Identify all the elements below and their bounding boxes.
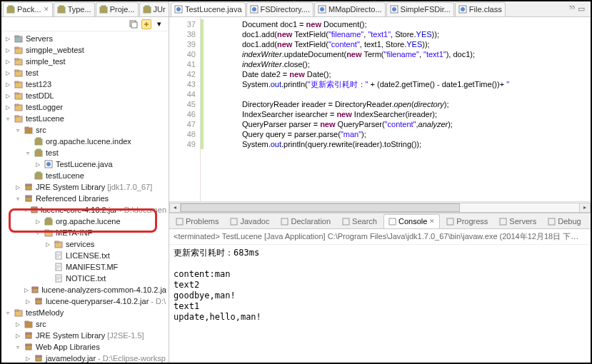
bottom-tab-problems[interactable]: Problems bbox=[171, 214, 224, 228]
expand-icon[interactable]: ▷ bbox=[34, 218, 41, 225]
expand-icon[interactable]: ▷ bbox=[24, 355, 31, 362]
expand-icon[interactable]: ▷ bbox=[34, 161, 41, 168]
sidebar-tab[interactable]: Type... bbox=[54, 2, 95, 16]
console-output[interactable]: 更新索引耗时：683ms content:man text2 goodbye,m… bbox=[169, 245, 591, 363]
tree-node[interactable]: ▿test bbox=[1, 147, 169, 158]
expand-icon[interactable]: ▿ bbox=[4, 116, 11, 122]
tree-node[interactable]: ▷JRE System Library [J2SE-1.5] bbox=[1, 330, 169, 341]
tree-node[interactable]: ▿testLucene bbox=[1, 113, 169, 124]
tree-node[interactable]: ▷org.apache.lucene bbox=[1, 216, 169, 227]
editor-tab[interactable]: SimpleFSDir... bbox=[386, 2, 454, 16]
tree-node[interactable]: LICENSE.txt bbox=[1, 250, 169, 261]
expand-icon[interactable]: ▷ bbox=[4, 81, 11, 88]
code-line[interactable]: indexWriter.close(); bbox=[242, 59, 591, 69]
link-editor-icon[interactable] bbox=[141, 19, 151, 29]
code-line[interactable]: System.out.println("更新索引耗时：" + (date2.ge… bbox=[242, 79, 591, 89]
sidebar-tab[interactable]: Proje... bbox=[96, 2, 139, 16]
editor-tab[interactable]: FSDirectory.... bbox=[246, 2, 313, 16]
project-tree[interactable]: ▷Servers▷simgple_webtest▷simple_test▷tes… bbox=[1, 31, 169, 363]
bottom-tab-debug[interactable]: Debug bbox=[543, 214, 586, 228]
code-line[interactable]: Date date2 = new Date(); bbox=[242, 69, 591, 79]
bottom-tab-servers[interactable]: Servers bbox=[494, 214, 541, 228]
tree-node[interactable]: ▷lucene-queryparser-4.10.2.jar - D:\ bbox=[1, 295, 169, 307]
tree-node[interactable]: ▷TestLucene.java bbox=[1, 158, 169, 170]
sidebar-tab[interactable]: Pack...✕ bbox=[3, 2, 53, 16]
code-line[interactable] bbox=[242, 89, 591, 99]
tree-node[interactable]: org.apache.lucene.index bbox=[1, 136, 169, 147]
tree-node[interactable]: ▷Servers bbox=[1, 33, 169, 44]
tree-node[interactable]: ▿testMelody bbox=[1, 307, 169, 318]
expand-icon[interactable]: ▷ bbox=[24, 298, 31, 305]
expand-icon[interactable]: ▷ bbox=[44, 241, 51, 248]
tree-node[interactable]: ▷services bbox=[1, 238, 169, 250]
expand-icon[interactable]: ▷ bbox=[4, 36, 11, 42]
scroll-track[interactable] bbox=[181, 203, 579, 213]
tree-node[interactable]: ▷lucene-analyzers-common-4.10.2.ja bbox=[1, 284, 169, 295]
tree-node[interactable]: ▿Web App Libraries bbox=[1, 341, 169, 353]
expand-icon[interactable]: ▿ bbox=[4, 310, 11, 316]
tree-node[interactable]: ▷simple_test bbox=[1, 56, 169, 67]
expand-icon[interactable]: ▷ bbox=[4, 104, 11, 111]
code-line[interactable]: IndexSearcher isearcher = new IndexSearc… bbox=[242, 109, 591, 119]
expand-icon[interactable]: ▷ bbox=[14, 184, 21, 191]
tree-node[interactable]: ▷testLogger bbox=[1, 101, 169, 113]
expand-icon[interactable]: ▷ bbox=[24, 287, 29, 293]
close-icon[interactable]: ✕ bbox=[429, 218, 435, 225]
code-line[interactable]: Document doc1 = new Document(); bbox=[242, 19, 591, 29]
expand-icon[interactable]: ▷ bbox=[4, 70, 11, 76]
expand-icon[interactable]: ▷ bbox=[4, 59, 11, 65]
close-icon[interactable]: ✕ bbox=[44, 6, 49, 13]
bottom-tab-progress[interactable]: Progress bbox=[441, 214, 493, 228]
expand-icon[interactable]: ▷ bbox=[14, 321, 21, 328]
tree-node[interactable]: ▷test123 bbox=[1, 79, 169, 90]
expand-icon[interactable]: ▿ bbox=[24, 207, 28, 213]
maximize-icon[interactable]: ▭ bbox=[578, 4, 585, 14]
bottom-tab-console[interactable]: Console ✕ bbox=[383, 214, 440, 228]
tree-node[interactable]: ▷javamelody.jar - D:\Eclipse-worksp bbox=[1, 353, 169, 363]
view-menu-icon[interactable]: ▾ bbox=[154, 19, 164, 29]
editor-tab[interactable]: TestLucene.java bbox=[171, 2, 246, 16]
code-line[interactable]: DirectoryReader ireader = DirectoryReade… bbox=[242, 99, 591, 109]
expand-icon[interactable]: ▿ bbox=[24, 150, 31, 156]
tree-node[interactable]: ▷testDDL bbox=[1, 90, 169, 101]
tree-node[interactable]: testLucene bbox=[1, 170, 169, 181]
scroll-right-button[interactable]: ▸ bbox=[579, 203, 591, 213]
sidebar-tab[interactable]: JUr bbox=[139, 2, 169, 16]
tree-node-label: testDDL bbox=[26, 91, 54, 100]
tree-node[interactable]: MANIFEST.MF bbox=[1, 261, 169, 273]
expand-icon[interactable]: ▷ bbox=[4, 93, 11, 99]
code-line[interactable]: Query query = parser.parse("man"); bbox=[242, 129, 591, 139]
expand-icon[interactable]: ▷ bbox=[4, 47, 11, 54]
collapse-all-icon[interactable] bbox=[129, 19, 139, 29]
tree-node[interactable]: ▿lucene-core-4.10.2.jar - D:\documen bbox=[1, 204, 169, 216]
code-line[interactable]: System.out.println(query.rewrite(ireader… bbox=[242, 139, 591, 149]
bottom-tab-search[interactable]: Search bbox=[337, 214, 382, 228]
code-content[interactable]: Document doc1 = new Document();doc1.add(… bbox=[201, 17, 591, 201]
code-line[interactable]: QueryParser parser = new QueryParser("co… bbox=[242, 119, 591, 129]
tree-node[interactable]: ▿META-INF bbox=[1, 227, 169, 238]
editor-tab-overflow[interactable]: ⁵⁵▭ bbox=[565, 4, 589, 14]
expand-icon[interactable]: ▷ bbox=[14, 333, 21, 339]
editor-hscroll[interactable]: ◂ ▸ bbox=[169, 201, 591, 213]
code-line[interactable]: doc1.add(new TextField("content", text1,… bbox=[242, 39, 591, 49]
scroll-left-button[interactable]: ◂ bbox=[169, 203, 181, 213]
tree-node[interactable]: ▷simgple_webtest bbox=[1, 44, 169, 56]
bottom-tab-javadoc[interactable]: Javadoc bbox=[225, 214, 274, 228]
editor-tab[interactable]: File.class bbox=[455, 2, 506, 16]
code-line[interactable]: doc1.add(new TextField("filename", "text… bbox=[242, 29, 591, 39]
tree-node[interactable]: ▷JRE System Library [jdk1.7.0_67] bbox=[1, 181, 169, 193]
tree-node[interactable]: ▷src bbox=[1, 318, 169, 330]
expand-icon[interactable]: ▿ bbox=[14, 344, 21, 350]
code-line[interactable]: indexWriter.updateDocument(new Term("fil… bbox=[242, 49, 591, 59]
editor-tab[interactable]: MMapDirecto... bbox=[314, 2, 386, 16]
tree-node[interactable]: ▿src bbox=[1, 124, 169, 136]
expand-icon[interactable]: ▿ bbox=[14, 196, 21, 202]
tree-node[interactable]: NOTICE.txt bbox=[1, 273, 169, 284]
tree-node[interactable]: ▷test bbox=[1, 67, 169, 79]
scroll-thumb[interactable] bbox=[181, 203, 460, 212]
expand-icon[interactable]: ▿ bbox=[14, 127, 21, 133]
code-editor[interactable]: 37383940414243444546474849 Document doc1… bbox=[169, 17, 591, 201]
bottom-tab-declaration[interactable]: Declaration bbox=[276, 214, 336, 228]
expand-icon[interactable]: ▿ bbox=[34, 230, 41, 236]
tree-node[interactable]: ▿Referenced Libraries bbox=[1, 193, 169, 204]
